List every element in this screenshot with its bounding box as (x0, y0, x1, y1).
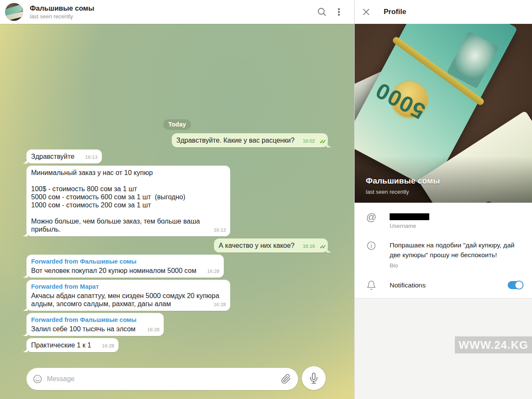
username-label: Username (390, 223, 523, 229)
message-time: 16:28 (147, 326, 159, 334)
message-time: 16:28 (214, 301, 226, 309)
close-icon[interactable] (361, 7, 371, 17)
chat-status: last seen recently (30, 13, 313, 20)
chat-header: Фальшивые сомы last seen recently (0, 0, 354, 24)
message-time: 16:13 (214, 226, 226, 234)
search-icon[interactable] (313, 3, 330, 20)
chat-pane: Фальшивые сомы last seen recently Today … (0, 0, 354, 399)
message-time: 16:28 (207, 267, 220, 276)
attach-icon[interactable] (281, 374, 291, 384)
message-composer (26, 366, 326, 390)
profile-photo[interactable]: 5000 1000 Фальшивые сомы last seen recen… (355, 24, 532, 203)
message-input[interactable] (47, 375, 277, 383)
emoji-icon[interactable] (32, 374, 43, 384)
notifications-label: Notifications (390, 281, 508, 290)
bell-icon (365, 280, 378, 290)
read-checks-icon: ✓✓ (319, 243, 324, 251)
message-input-pill[interactable] (26, 368, 298, 390)
profile-details: @ Username Попрашаек на подобии "дай куп… (355, 203, 532, 298)
message-time: 16:28 (102, 342, 114, 350)
message-text: Здравствуйте. Какие у вас расценки? (176, 137, 295, 144)
chat-header-text[interactable]: Фальшивые сомы last seen recently (30, 4, 313, 20)
redacted-username-value (390, 213, 429, 220)
date-pill[interactable]: Today (163, 119, 191, 130)
message-text: А качество у них какое? (219, 242, 295, 249)
bio-text: Попрашаек на подобии "дай купюру, дай дв… (390, 240, 523, 260)
notifications-row[interactable]: Notifications (355, 280, 532, 290)
profile-title: Profile (384, 8, 406, 16)
message-time: 16:16 (303, 242, 315, 250)
bio-label: Bio (390, 262, 523, 269)
message-text: Практические 1 к 1 (31, 342, 91, 349)
forwarded-from-label[interactable]: Forwarded from Марат (31, 283, 226, 291)
message-bubble-out[interactable]: А качество у них какое? 16:16 ✓✓ (214, 238, 328, 253)
message-list: Today Здравствуйте. Какие у вас расценки… (0, 24, 354, 399)
message-bubble-in[interactable]: Минимальный заказ у нас от 10 купюр 100$… (26, 166, 230, 236)
watermark: WWW.24.KG (455, 336, 532, 353)
message-bubble-in[interactable]: Forwarded from Фальшивые сомы Вот челове… (26, 255, 224, 278)
message-text: Минимальный заказ у нас от 10 купюр 100$… (31, 169, 202, 233)
menu-icon[interactable] (330, 3, 347, 20)
profile-name: Фальшивые сомы (366, 176, 440, 186)
bio-row[interactable]: Попрашаек на подобии "дай купюру, дай дв… (355, 240, 532, 269)
toggle-knob (515, 281, 523, 290)
message-time: 16:13 (85, 153, 98, 161)
message-text: Вот человек покупал 20 купюр номиналом 5… (31, 267, 197, 274)
forwarded-from-label[interactable]: Forwarded from Фальшивые сомы (31, 258, 197, 266)
at-icon: @ (365, 212, 378, 229)
telegram-app: Фальшивые сомы last seen recently Today … (0, 0, 532, 399)
chat-background: Today Здравствуйте. Какие у вас расценки… (0, 24, 354, 399)
profile-bottom-area: WWW.24.KG (355, 299, 532, 399)
message-bubble-out[interactable]: Здравствуйте. Какие у вас расценки? 16:0… (172, 133, 328, 147)
mic-icon (308, 373, 319, 384)
read-checks-icon: ✓✓ (319, 138, 324, 146)
message-bubble-in[interactable]: Практические 1 к 1 16:28 (26, 338, 119, 352)
message-bubble-in[interactable]: Forwarded from Марат Акчасы абдан сапатт… (26, 280, 230, 311)
message-text: Залил себе 100 тысячь на элсом (31, 325, 136, 333)
mic-button[interactable] (302, 366, 326, 390)
chat-title: Фальшивые сомы (30, 4, 313, 12)
message-bubble-in[interactable]: Forwarded from Фальшивые сомы Залил себе… (26, 313, 164, 336)
message-bubble-in[interactable]: Здравствуйте 16:13 (26, 149, 102, 164)
forwarded-from-label[interactable]: Forwarded from Фальшивые сомы (31, 316, 136, 324)
message-text: Здравствуйте (31, 153, 75, 160)
profile-header: Profile (355, 0, 532, 24)
chat-avatar[interactable] (5, 3, 23, 21)
message-text: Акчасы абдан сапаттуу, мен сизден 5000 с… (31, 292, 221, 307)
username-row[interactable]: @ Username (355, 212, 532, 229)
message-time: 16:02 (303, 137, 315, 145)
notifications-toggle[interactable] (508, 281, 523, 289)
profile-pane: Profile 5000 1000 Фальшивые сомы last se… (354, 0, 532, 399)
profile-status: last seen recently (366, 189, 409, 195)
info-icon (365, 241, 378, 269)
